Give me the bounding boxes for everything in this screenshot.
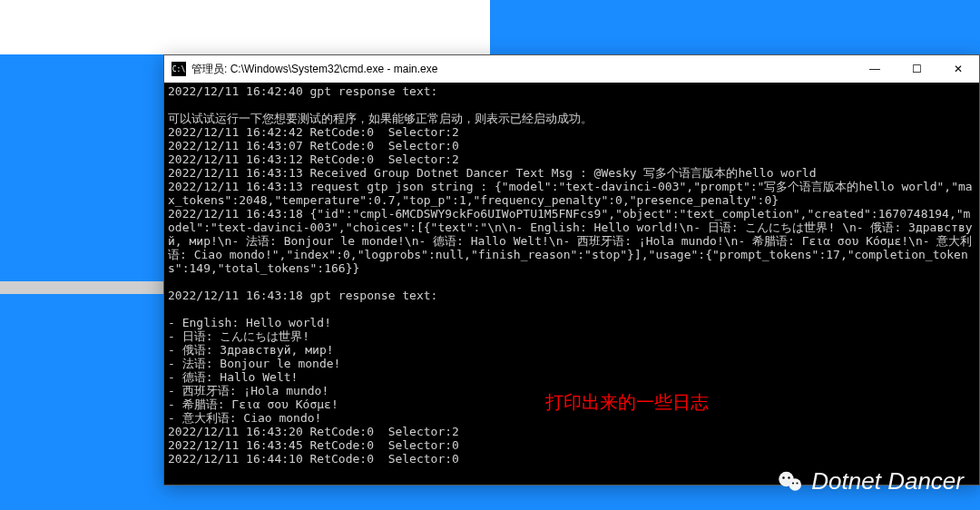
svg-point-5 xyxy=(797,482,799,484)
terminal-line: - 德语: Hallo Welt! xyxy=(168,370,975,384)
svg-point-1 xyxy=(789,478,802,491)
window-controls: — ☐ ✕ xyxy=(854,55,979,83)
terminal-line: 2022/12/11 16:42:42 RetCode:0 Selector:2 xyxy=(168,125,975,139)
titlebar[interactable]: C:\ 管理员: C:\Windows\System32\cmd.exe - m… xyxy=(164,55,979,83)
background-gray-bar xyxy=(0,281,163,294)
terminal-line: 2022/12/11 16:43:13 Received Group Dotne… xyxy=(168,166,975,180)
terminal-line: - 日语: こんにちは世界! xyxy=(168,329,975,343)
close-button[interactable]: ✕ xyxy=(937,55,979,83)
background-panel xyxy=(0,0,490,54)
terminal-line: 2022/12/11 16:43:20 RetCode:0 Selector:2 xyxy=(168,425,975,438)
svg-point-4 xyxy=(792,482,794,484)
terminal-line: 可以试试运行一下您想要测试的程序，如果能够正常启动，则表示已经启动成功。 xyxy=(168,112,975,125)
cmd-window: C:\ 管理员: C:\Windows\System32\cmd.exe - m… xyxy=(163,54,980,485)
terminal-line: - English: Hello world! xyxy=(168,316,975,329)
wechat-icon xyxy=(777,468,804,495)
svg-point-2 xyxy=(783,476,785,478)
watermark-text: Dotnet Dancer xyxy=(811,467,964,495)
terminal-line: 2022/12/11 16:43:07 RetCode:0 Selector:0 xyxy=(168,139,975,152)
terminal-line: - 法语: Bonjour le monde! xyxy=(168,357,975,370)
terminal-line xyxy=(168,98,975,112)
terminal-line: - 俄语: Здравствуй, мир! xyxy=(168,343,975,357)
terminal-line xyxy=(168,302,975,316)
svg-point-3 xyxy=(789,476,790,478)
maximize-button[interactable]: ☐ xyxy=(896,55,937,83)
terminal-line: 2022/12/11 16:42:40 gpt response text: xyxy=(168,84,975,98)
terminal-output[interactable]: 2022/12/11 16:42:40 gpt response text: 可… xyxy=(164,83,979,485)
terminal-line xyxy=(168,275,975,289)
terminal-line: 2022/12/11 16:43:12 RetCode:0 Selector:2 xyxy=(168,152,975,166)
terminal-line: 2022/12/11 16:43:18 gpt response text: xyxy=(168,289,975,302)
watermark: Dotnet Dancer xyxy=(777,467,964,495)
terminal-line: 2022/12/11 16:43:45 RetCode:0 Selector:0 xyxy=(168,438,975,452)
terminal-line: 2022/12/11 16:43:18 {"id":"cmpl-6MCDSWY9… xyxy=(168,207,975,275)
terminal-line: - 西班牙语: ¡Hola mundo! xyxy=(168,384,975,397)
terminal-line: - 意大利语: Ciao mondo! xyxy=(168,411,975,425)
window-title: 管理员: C:\Windows\System32\cmd.exe - main.… xyxy=(191,62,854,77)
terminal-line: - 希腊语: Γεια σου Κόσμε! xyxy=(168,397,975,411)
terminal-line: 2022/12/11 16:43:13 request gtp json str… xyxy=(168,180,975,207)
minimize-button[interactable]: — xyxy=(854,55,896,83)
terminal-line: 2022/12/11 16:44:10 RetCode:0 Selector:0 xyxy=(168,452,975,466)
cmd-icon: C:\ xyxy=(172,62,186,76)
